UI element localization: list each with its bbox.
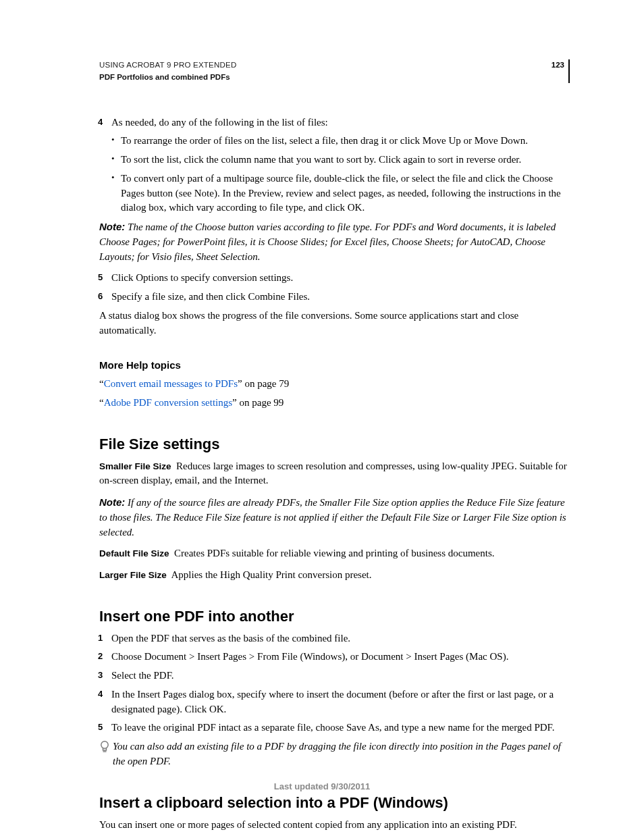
- step-4: 4 As needed, do any of the following in …: [98, 115, 570, 130]
- step-3: 3Select the PDF.: [98, 669, 570, 683]
- svg-point-0: [101, 741, 108, 748]
- step-number: 5: [98, 721, 111, 735]
- step-number: 3: [98, 669, 111, 683]
- step-6: 6 Specify a file size, and then click Co…: [98, 290, 570, 305]
- bullet-text: To rearrange the order of files on the l…: [121, 134, 528, 149]
- list-item: To rearrange the order of files on the l…: [111, 134, 570, 149]
- step-number: 4: [98, 115, 111, 130]
- lightbulb-icon: [99, 740, 110, 755]
- tip-text: You can also add an existing file to a P…: [113, 739, 570, 769]
- step-number: 4: [98, 687, 111, 717]
- note-label: Note:: [99, 221, 125, 232]
- def-text: Creates PDFs suitable for reliable viewi…: [174, 548, 495, 558]
- def-smaller-file-size: Smaller File Size Reduces large images t…: [99, 459, 570, 489]
- note-block: Note: The name of the Choose button vari…: [99, 219, 570, 264]
- tip-block: You can also add an existing file to a P…: [99, 739, 570, 769]
- help-link-convert-email[interactable]: Convert email messages to PDFs: [104, 378, 238, 389]
- step-text: Open the PDF that serves as the basis of…: [111, 631, 570, 646]
- heading-insert-clipboard: Insert a clipboard selection into a PDF …: [99, 792, 570, 814]
- doc-title: USING ACROBAT 9 PRO EXTENDED: [99, 59, 545, 71]
- more-help-heading: More Help topics: [99, 358, 570, 373]
- step-number: 1: [98, 631, 111, 646]
- step-number: 6: [98, 290, 111, 305]
- def-label: Larger File Size: [99, 570, 167, 580]
- help-ref-2: “Adobe PDF conversion settings” on page …: [99, 396, 570, 411]
- bullet-text: To sort the list, click the column name …: [121, 153, 521, 167]
- doc-section: PDF Portfolios and combined PDFs: [99, 72, 545, 83]
- step-4: 4In the Insert Pages dialog box, specify…: [98, 687, 570, 717]
- step-text: Specify a file size, and then click Comb…: [111, 290, 570, 305]
- note-text: The name of the Choose button varies acc…: [99, 221, 556, 262]
- list-item: To convert only part of a multipage sour…: [111, 172, 570, 215]
- step-number: 5: [98, 271, 111, 286]
- def-label: Default File Size: [99, 548, 169, 558]
- clipboard-intro: You can insert one or more pages of sele…: [99, 818, 570, 833]
- status-paragraph: A status dialog box shows the progress o…: [99, 309, 570, 338]
- step-text: As needed, do any of the following in th…: [111, 115, 570, 130]
- step-text: Click Options to specify conversion sett…: [111, 271, 570, 286]
- def-label: Smaller File Size: [99, 461, 171, 471]
- step-number: 2: [98, 650, 111, 664]
- step-text: Select the PDF.: [111, 669, 570, 683]
- page-footer: Last updated 9/30/2011: [0, 781, 644, 793]
- step-text: Choose Document > Insert Pages > From Fi…: [111, 650, 570, 664]
- def-default-file-size: Default File Size Creates PDFs suitable …: [99, 546, 570, 561]
- note-text: If any of the source files are already P…: [99, 497, 566, 538]
- help-ref-1-suffix: ” on page 79: [238, 378, 289, 389]
- def-larger-file-size: Larger File Size Applies the High Qualit…: [99, 568, 570, 583]
- step-text: In the Insert Pages dialog box, specify …: [111, 687, 570, 717]
- page-number: 123: [545, 59, 570, 83]
- step-text: To leave the original PDF intact as a se…: [111, 721, 570, 735]
- help-ref-1: “Convert email messages to PDFs” on page…: [99, 377, 570, 392]
- note-block: Note: If any of the source files are alr…: [99, 495, 570, 540]
- step-1: 1Open the PDF that serves as the basis o…: [98, 631, 570, 646]
- page-header: USING ACROBAT 9 PRO EXTENDED PDF Portfol…: [99, 59, 570, 83]
- def-text: Applies the High Quality Print conversio…: [171, 569, 371, 580]
- help-link-pdf-settings[interactable]: Adobe PDF conversion settings: [104, 397, 232, 408]
- bullet-text: To convert only part of a multipage sour…: [121, 172, 570, 215]
- heading-insert-pdf: Insert one PDF into another: [99, 606, 570, 627]
- note-label: Note:: [99, 496, 125, 508]
- heading-file-size-settings: File Size settings: [99, 434, 570, 455]
- step-5: 5To leave the original PDF intact as a s…: [98, 721, 570, 735]
- step-2: 2Choose Document > Insert Pages > From F…: [98, 650, 570, 664]
- list-item: To sort the list, click the column name …: [111, 153, 570, 167]
- help-ref-2-suffix: ” on page 99: [232, 397, 284, 408]
- document-page: USING ACROBAT 9 PRO EXTENDED PDF Portfol…: [0, 0, 644, 834]
- step-5: 5 Click Options to specify conversion se…: [98, 271, 570, 286]
